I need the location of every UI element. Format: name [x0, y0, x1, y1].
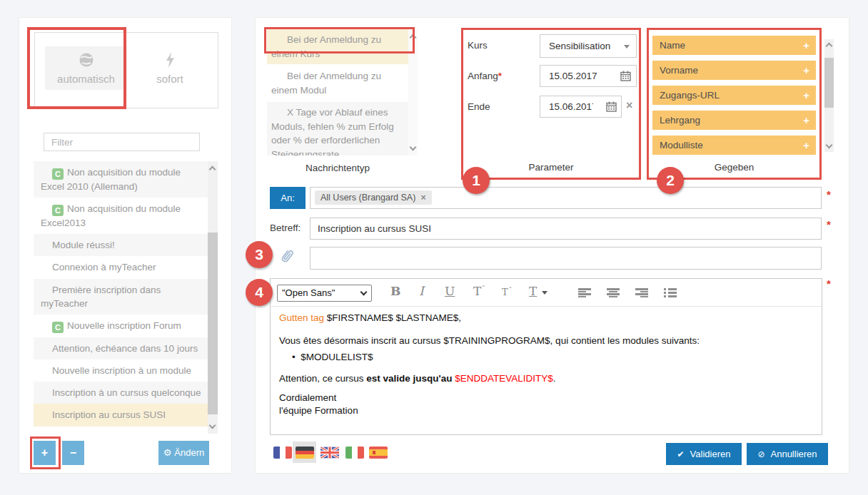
required-asterisk: *	[498, 71, 502, 81]
given-item-lehrgang[interactable]: Lehrgang+	[652, 111, 816, 130]
recipient-button[interactable]: An:	[270, 187, 306, 209]
message-type-scrollbar[interactable]	[408, 29, 418, 155]
scrollbar-thumb[interactable]	[824, 58, 834, 108]
mode-automatic-button[interactable]: automatisch	[45, 46, 127, 90]
scrollbar-thumb[interactable]	[208, 233, 218, 414]
notification-item[interactable]: Attention, échéance dans 10 jours	[34, 337, 208, 359]
parameter-panel: Kurs Sensibilisation Anfang* 15.05.2017 …	[461, 28, 641, 180]
anfang-date-input[interactable]: 15.05.2017	[540, 65, 637, 87]
bullet-text: $MODULELIST$	[301, 352, 373, 362]
attachment-input[interactable]	[311, 248, 821, 269]
add-button[interactable]: +	[34, 441, 56, 465]
font-size-up-button[interactable]: T˄	[473, 284, 485, 298]
notification-item[interactable]: Module réussi!	[34, 234, 208, 256]
notification-item-label: Nouvelle inscription Forum	[67, 320, 181, 331]
lightning-icon	[165, 51, 176, 68]
cancel-button[interactable]: ⊘Annullieren	[747, 443, 828, 465]
subject-input[interactable]	[311, 218, 821, 239]
align-center-button[interactable]	[607, 288, 620, 297]
message-type-label: Bei der Anmeldung zu einem Kurs	[271, 34, 381, 59]
message-body[interactable]: Gutten tag $FIRSTNAME$ $LASTNAME$, Vous …	[271, 307, 822, 422]
add-icon[interactable]: +	[803, 86, 809, 105]
ende-label: Ende	[468, 101, 490, 112]
chevron-down-icon[interactable]	[542, 291, 547, 295]
font-size-down-button[interactable]: T˅	[502, 286, 512, 297]
change-button[interactable]: ⚙Ändern	[158, 441, 209, 465]
warning-line: Attention, ce cursus est valide jusqu'au…	[279, 372, 813, 385]
notification-item[interactable]: Première inscription dans myTeacher	[34, 279, 208, 315]
kurs-select[interactable]: Sensibilisation	[540, 34, 637, 58]
remove-button[interactable]: −	[62, 441, 84, 465]
validate-button[interactable]: ✔Validieren	[666, 443, 742, 465]
add-icon[interactable]: +	[803, 111, 809, 130]
notification-item[interactable]: Nouvelle inscription à un module	[34, 359, 208, 382]
italian-flag[interactable]	[345, 446, 364, 459]
notification-item[interactable]: CNouvelle inscription Forum	[34, 315, 208, 337]
align-right-button[interactable]	[635, 288, 648, 297]
calendar-icon[interactable]	[606, 101, 617, 112]
list-scrollbar[interactable]	[208, 161, 218, 434]
bullet-list-button[interactable]	[664, 288, 677, 297]
clear-date-icon[interactable]: ×	[626, 99, 632, 112]
add-icon[interactable]: +	[803, 61, 809, 80]
given-item-modulliste[interactable]: Modulliste+	[652, 136, 816, 155]
given-item-url[interactable]: Zugangs-URL+	[652, 86, 816, 105]
scroll-down-icon[interactable]	[826, 142, 833, 149]
message-type-item[interactable]: Bei der Anmeldung zu einem Modul	[267, 66, 408, 102]
add-icon[interactable]: +	[803, 136, 809, 155]
given-scrollbar[interactable]	[824, 39, 834, 152]
notification-list: CNon acquisition du module Excel 2010 (A…	[34, 161, 208, 434]
notification-item[interactable]: CNon acquisition du module Excel 2010 (A…	[34, 161, 208, 198]
german-flag[interactable]	[296, 446, 314, 459]
scroll-up-icon[interactable]	[410, 34, 417, 41]
chevron-down-icon	[360, 289, 368, 296]
mode-immediate-button[interactable]: sofort	[134, 46, 206, 90]
italic-button[interactable]: I	[419, 284, 424, 298]
kurs-label: Kurs	[468, 40, 488, 51]
given-label: Lehrgang	[660, 115, 700, 126]
spanish-flag[interactable]	[369, 446, 388, 459]
french-flag[interactable]	[273, 446, 292, 459]
bullet-line: • $MODULELIST$	[292, 351, 813, 364]
remove-tag-icon[interactable]: ×	[420, 193, 425, 203]
recipient-tag-label: All Users (Brangard SA)	[321, 193, 415, 203]
notification-item[interactable]: CNon acquisition du module Excel2013	[34, 198, 208, 234]
notification-item[interactable]: Connexion à myTeacher	[34, 256, 208, 278]
add-icon[interactable]: +	[803, 36, 809, 55]
given-label: Zugangs-URL	[660, 90, 720, 101]
annotation-step-1: 1	[463, 167, 490, 194]
end-date-variable: $ENDDATEVALIDITY$	[455, 373, 553, 384]
message-type-item[interactable]: X Tage vor Ablauf eines Moduls, fehlen %…	[267, 102, 408, 155]
scroll-up-icon[interactable]	[209, 166, 216, 173]
bold-button[interactable]: B	[390, 284, 400, 298]
font-family-select[interactable]: "Open Sans"	[277, 285, 372, 302]
paperclip-icon[interactable]	[275, 245, 298, 269]
validate-label: Validieren	[690, 449, 731, 459]
scroll-up-icon[interactable]	[826, 43, 833, 50]
font-color-button[interactable]: T	[529, 284, 537, 298]
ende-date-input[interactable]: 15.06.2017	[540, 96, 622, 118]
notification-item-selected[interactable]: Inscription au cursus SUSI	[34, 404, 208, 426]
british-flag[interactable]	[321, 446, 339, 459]
underline-button[interactable]: U	[445, 284, 455, 298]
message-editor-panel: Bei der Anmeldung zu einem Kurs Bei der …	[255, 17, 849, 474]
notification-item[interactable]: Inscription à un cursus quelconque	[34, 382, 208, 404]
recipient-input[interactable]: All Users (Brangard SA)×	[310, 187, 822, 209]
filter-input[interactable]	[44, 133, 200, 151]
align-left-button[interactable]	[578, 288, 591, 297]
message-type-item-selected[interactable]: Bei der Anmeldung zu einem Kurs	[267, 29, 408, 66]
calendar-icon[interactable]	[620, 71, 631, 81]
message-body-editor: "Open Sans" B I U T˄ T˅ T Gutten tag $FI…	[270, 278, 822, 435]
given-item-name[interactable]: Name+	[652, 36, 816, 55]
annotation-step-4: 4	[246, 279, 273, 306]
kurs-value: Sensibilisation	[549, 41, 610, 51]
scroll-down-icon[interactable]	[410, 144, 417, 151]
subject-field[interactable]	[310, 218, 822, 240]
attachment-field[interactable]	[310, 247, 822, 270]
given-item-vorname[interactable]: Vorname+	[652, 61, 816, 80]
closing-line: l'équipe Formation	[279, 404, 813, 417]
scroll-down-icon[interactable]	[209, 422, 216, 429]
anfang-label: Anfang*	[468, 71, 502, 81]
bullet-icon: •	[292, 352, 296, 362]
editor-toolbar: "Open Sans" B I U T˄ T˅ T	[271, 279, 822, 307]
